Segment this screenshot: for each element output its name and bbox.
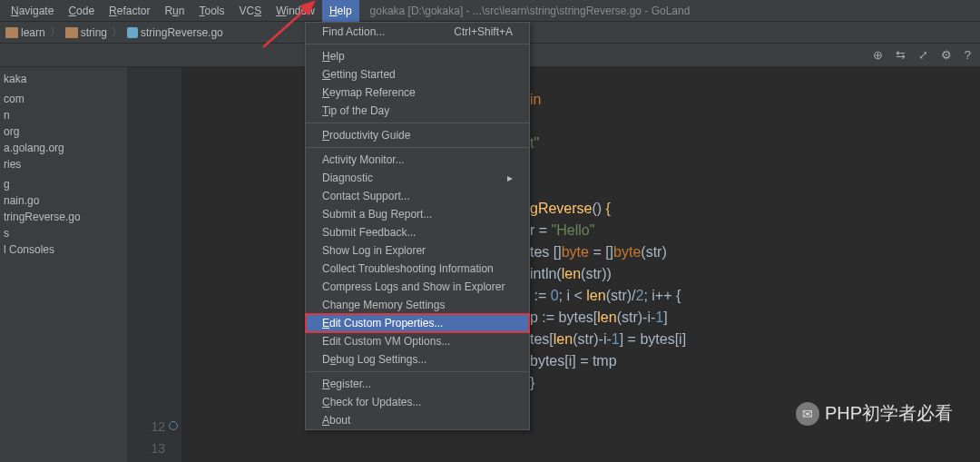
- folder-icon: [5, 27, 18, 38]
- menu-item-activity-monitor[interactable]: Activity Monitor...: [306, 151, 529, 169]
- help-menu-dropdown: Find Action...Ctrl+Shift+AHelpGetting St…: [305, 22, 530, 430]
- sidebar-item[interactable]: ries: [0, 156, 127, 172]
- chevron-right-icon: 〉: [112, 25, 122, 40]
- menu-item-compress-logs-and-show-in-explorer[interactable]: Compress Logs and Show in Explorer: [306, 278, 529, 296]
- menu-item-submit-a-bug-report[interactable]: Submit a Bug Report...: [306, 205, 529, 223]
- menu-item-diagnostic[interactable]: Diagnostic▸: [306, 169, 529, 187]
- sidebar-item[interactable]: kaka: [0, 71, 127, 87]
- sidebar-item[interactable]: a.golang.org: [0, 140, 127, 156]
- watermark-text: PHP初学者必看: [825, 401, 953, 426]
- wechat-icon: ✉: [796, 402, 819, 426]
- menu-run[interactable]: Run: [157, 0, 191, 22]
- menu-item-change-memory-settings[interactable]: Change Memory Settings: [306, 296, 529, 314]
- chevron-right-icon: 〉: [50, 25, 61, 40]
- menu-item-help[interactable]: Help: [306, 47, 529, 65]
- sidebar-item[interactable]: tringReverse.go: [0, 209, 127, 225]
- breakpoint-icon[interactable]: [169, 421, 178, 430]
- crumb-learn[interactable]: learn: [21, 26, 45, 39]
- menu-window[interactable]: Window: [269, 0, 322, 22]
- sidebar-item[interactable]: l Consoles: [0, 241, 127, 258]
- menu-item-getting-started[interactable]: Getting Started: [306, 65, 529, 84]
- menu-tools[interactable]: Tools: [191, 0, 231, 22]
- gear-icon[interactable]: ⚙: [941, 48, 952, 62]
- folder-icon: [65, 27, 78, 38]
- window-title: gokaka [D:\gokaka] - ...\src\learn\strin…: [370, 5, 691, 17]
- menu-item-collect-troubleshooting-information[interactable]: Collect Troubleshooting Information: [306, 260, 529, 278]
- menu-item-edit-custom-properties[interactable]: Edit Custom Properties...: [306, 314, 529, 332]
- menu-item-find-action[interactable]: Find Action...Ctrl+Shift+A: [306, 23, 529, 41]
- collapse-icon[interactable]: ⤢: [918, 48, 928, 62]
- menu-item-contact-support[interactable]: Contact Support...: [306, 187, 529, 205]
- sidebar-item[interactable]: com: [0, 91, 127, 107]
- menu-item-tip-of-the-day[interactable]: Tip of the Day: [306, 102, 529, 120]
- menu-item-productivity-guide[interactable]: Productivity Guide: [306, 126, 529, 144]
- menu-item-register[interactable]: Register...: [306, 375, 529, 393]
- menu-navigate[interactable]: Navigate: [4, 0, 61, 22]
- watermark: ✉ PHP初学者必看: [796, 401, 953, 426]
- menu-item-show-log-in-explorer[interactable]: Show Log in Explorer: [306, 241, 529, 260]
- menu-item-submit-feedback[interactable]: Submit Feedback...: [306, 223, 529, 241]
- crumb-string[interactable]: string: [81, 26, 107, 39]
- menu-item-keymap-reference[interactable]: Keymap Reference: [306, 84, 529, 102]
- menu-item-check-for-updates[interactable]: Check for Updates...: [306, 393, 529, 411]
- sidebar-item[interactable]: nain.go: [0, 192, 127, 209]
- menu-separator: [306, 123, 529, 123]
- gutter: 1213: [127, 67, 181, 462]
- menu-separator: [306, 44, 529, 44]
- go-file-icon: [127, 27, 138, 38]
- menu-item-about[interactable]: About: [306, 411, 529, 429]
- menu-refactor[interactable]: Refactor: [102, 0, 157, 22]
- menu-vcs[interactable]: VCS: [232, 0, 270, 22]
- menubar: NavigateCodeRefactorRunToolsVCSWindowHel…: [0, 0, 980, 22]
- settings-icon[interactable]: ⇆: [896, 48, 906, 62]
- menu-item-edit-custom-vm-options[interactable]: Edit Custom VM Options...: [306, 332, 529, 350]
- sidebar-item[interactable]: s: [0, 225, 127, 241]
- menu-separator: [306, 371, 529, 372]
- sidebar-item[interactable]: n: [0, 107, 127, 123]
- crumb-file[interactable]: stringReverse.go: [141, 26, 223, 39]
- line-number: 13: [127, 437, 165, 459]
- help-icon[interactable]: ?: [965, 48, 971, 62]
- sidebar-item[interactable]: g: [0, 176, 127, 192]
- sidebar-item[interactable]: org: [0, 123, 127, 140]
- sidebar: kakacomnorga.golang.orgriesgnain.gotring…: [0, 67, 127, 462]
- target-icon[interactable]: ⊕: [873, 48, 883, 62]
- menu-help[interactable]: Help: [322, 0, 359, 22]
- menu-separator: [306, 147, 529, 148]
- line-number: 12: [127, 416, 165, 437]
- menu-code[interactable]: Code: [61, 0, 102, 22]
- menu-item-debug-log-settings[interactable]: Debug Log Settings...: [306, 350, 529, 369]
